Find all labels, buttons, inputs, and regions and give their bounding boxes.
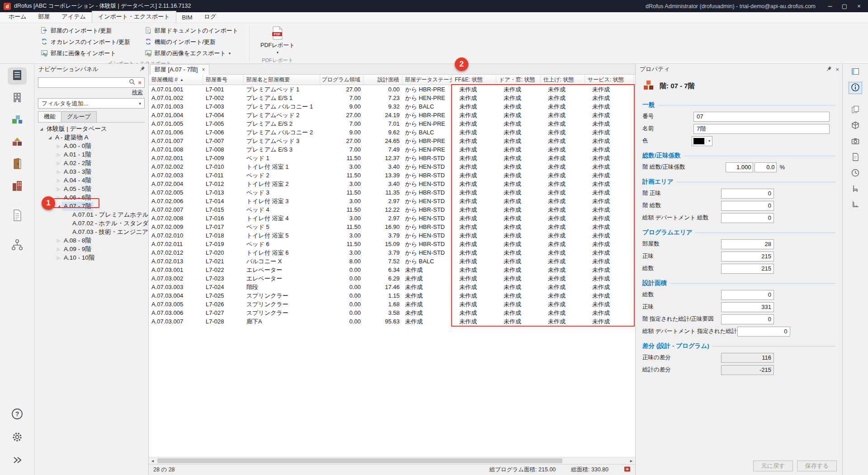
- table-cell[interactable]: 12.37: [363, 154, 402, 162]
- table-cell[interactable]: 未作成: [496, 145, 541, 154]
- table-cell[interactable]: 未作成: [541, 283, 585, 291]
- table-cell[interactable]: 7.49: [363, 145, 402, 154]
- table-cell[interactable]: 0.00: [320, 283, 363, 291]
- table-cell[interactable]: L7-010: [203, 162, 244, 171]
- expand-button[interactable]: [8, 452, 27, 470]
- table-cell[interactable]: 未作成: [541, 309, 585, 317]
- table-cell[interactable]: A.07.02.013: [149, 257, 203, 266]
- table-cell[interactable]: L7-017: [203, 223, 244, 231]
- table-cell[interactable]: 未作成: [541, 300, 585, 309]
- table-cell[interactable]: トイレ付 浴室 1: [244, 162, 320, 171]
- table-cell[interactable]: 未作成: [585, 102, 634, 111]
- table-cell[interactable]: 未作成: [452, 283, 496, 291]
- table-cell[interactable]: A.07.02.011: [149, 240, 203, 248]
- table-cell[interactable]: 未作成: [452, 188, 496, 197]
- copies-button[interactable]: [849, 104, 862, 116]
- table-cell[interactable]: 未作成: [585, 283, 634, 291]
- table-cell[interactable]: 階段: [244, 283, 320, 291]
- table-cell[interactable]: 未作成: [496, 274, 541, 283]
- table-cell[interactable]: L7-018: [203, 231, 244, 240]
- table-cell[interactable]: 11.50: [320, 188, 363, 197]
- deviation-field[interactable]: [721, 365, 774, 375]
- table-cell[interactable]: 未作成: [496, 111, 541, 119]
- table-cell[interactable]: 11.50: [320, 154, 363, 162]
- table-cell[interactable]: 未作成: [496, 102, 541, 111]
- scroll-right-icon[interactable]: ►: [627, 459, 635, 463]
- program-area-field[interactable]: [721, 252, 774, 261]
- table-cell[interactable]: 3.00: [320, 162, 363, 171]
- minimize-button[interactable]: ─: [823, 0, 837, 12]
- table-cell[interactable]: スプリンクラー: [244, 309, 320, 317]
- table-cell[interactable]: から HEN-PRE: [402, 94, 452, 102]
- table-cell[interactable]: A.07.03.001: [149, 266, 203, 274]
- tree-item-6[interactable]: ▷A.04 - 4階: [34, 176, 148, 185]
- table-cell[interactable]: から HBR-STD: [402, 171, 452, 180]
- table-row[interactable]: A.07.02.013L7-021バルコニー X8.007.52から BALC未…: [149, 257, 635, 266]
- table-cell[interactable]: プレミアム E/S 3: [244, 145, 320, 154]
- table-cell[interactable]: 未作成: [496, 162, 541, 171]
- table-cell[interactable]: 未作成: [452, 128, 496, 137]
- table-cell[interactable]: 廊下A: [244, 317, 320, 326]
- revert-button[interactable]: 元に戻す: [753, 461, 793, 471]
- tree-item-0[interactable]: ◢体験版 | データベース: [34, 124, 148, 133]
- tree-collapsed-icon[interactable]: ▷: [55, 247, 62, 252]
- table-cell[interactable]: 未作成: [452, 85, 496, 94]
- table-cell[interactable]: 24.19: [363, 111, 402, 119]
- table-cell[interactable]: 未作成: [496, 257, 541, 266]
- table-cell[interactable]: 未作成: [585, 171, 634, 180]
- table-cell[interactable]: 未作成: [496, 248, 541, 257]
- model-button[interactable]: [849, 120, 862, 132]
- table-cell[interactable]: から HBR-PRE: [402, 85, 452, 94]
- table-cell[interactable]: 7.00: [320, 145, 363, 154]
- table-cell[interactable]: 未作成: [496, 188, 541, 197]
- table-row[interactable]: A.07.03.005L7-026スプリンクラー0.001.68未作成未作成未作…: [149, 300, 635, 309]
- table-cell[interactable]: から HBR-STD: [402, 223, 452, 231]
- table-cell[interactable]: プレミアム バルコニー 2: [244, 128, 320, 137]
- table-cell[interactable]: 未作成: [585, 94, 634, 102]
- column-header-6[interactable]: FF&E: 状態: [452, 75, 496, 85]
- table-cell[interactable]: 未作成: [496, 283, 541, 291]
- table-cell[interactable]: プレミアム バルコニー 1: [244, 102, 320, 111]
- table-cell[interactable]: 未作成: [541, 291, 585, 300]
- table-cell[interactable]: 1.68: [363, 300, 402, 309]
- table-cell[interactable]: 未作成: [541, 205, 585, 214]
- table-cell[interactable]: から HBR-STD: [402, 154, 452, 162]
- table-cell[interactable]: 3.00: [320, 248, 363, 257]
- table-cell[interactable]: 9.00: [320, 128, 363, 137]
- table-cell[interactable]: 未作成: [585, 128, 634, 137]
- table-cell[interactable]: A.07.03.005: [149, 300, 203, 309]
- table-cell[interactable]: L7-019: [203, 240, 244, 248]
- table-cell[interactable]: 未作成: [541, 257, 585, 266]
- table-cell[interactable]: から HEN-PRE: [402, 119, 452, 128]
- maximize-button[interactable]: ▢: [837, 0, 852, 12]
- menu-tab-items[interactable]: アイテム: [56, 11, 92, 23]
- pin-icon[interactable]: [139, 66, 145, 73]
- table-cell[interactable]: 未作成: [402, 274, 452, 283]
- table-cell[interactable]: 0.00: [320, 317, 363, 326]
- table-cell[interactable]: 17.46: [363, 283, 402, 291]
- table-cell[interactable]: 未作成: [585, 180, 634, 188]
- scroll-left-icon[interactable]: ◄: [149, 459, 156, 463]
- table-row[interactable]: A.07.03.002L7-023エレベーター0.006.29未作成未作成未作成…: [149, 274, 635, 283]
- table-cell[interactable]: A.07.02.002: [149, 162, 203, 171]
- table-cell[interactable]: 11.35: [363, 188, 402, 197]
- close-button[interactable]: ×: [852, 0, 866, 12]
- building-red-button[interactable]: [8, 178, 27, 195]
- history-button[interactable]: [849, 167, 862, 180]
- table-cell[interactable]: L7-022: [203, 266, 244, 274]
- tree-item-2[interactable]: ▷A.00 - 0階: [34, 142, 148, 150]
- floor-number-input[interactable]: [693, 112, 830, 122]
- planned-area-field[interactable]: [721, 201, 774, 211]
- floor-name-input[interactable]: [693, 124, 830, 134]
- table-cell[interactable]: 未作成: [452, 257, 496, 266]
- save-button[interactable]: 保存する: [797, 461, 837, 471]
- table-cell[interactable]: L7-007: [203, 137, 244, 145]
- tree-expanded-icon[interactable]: ◢: [38, 127, 45, 131]
- table-cell[interactable]: 未作成: [585, 248, 634, 257]
- tree-item-3[interactable]: ▷A.01 - 1階: [34, 150, 148, 159]
- designed-area-field[interactable]: [737, 327, 790, 337]
- nav-tab-functions[interactable]: 機能: [38, 111, 61, 122]
- table-cell[interactable]: A.07.03.007: [149, 317, 203, 326]
- table-cell[interactable]: 未作成: [496, 291, 541, 300]
- table-cell[interactable]: 未作成: [452, 223, 496, 231]
